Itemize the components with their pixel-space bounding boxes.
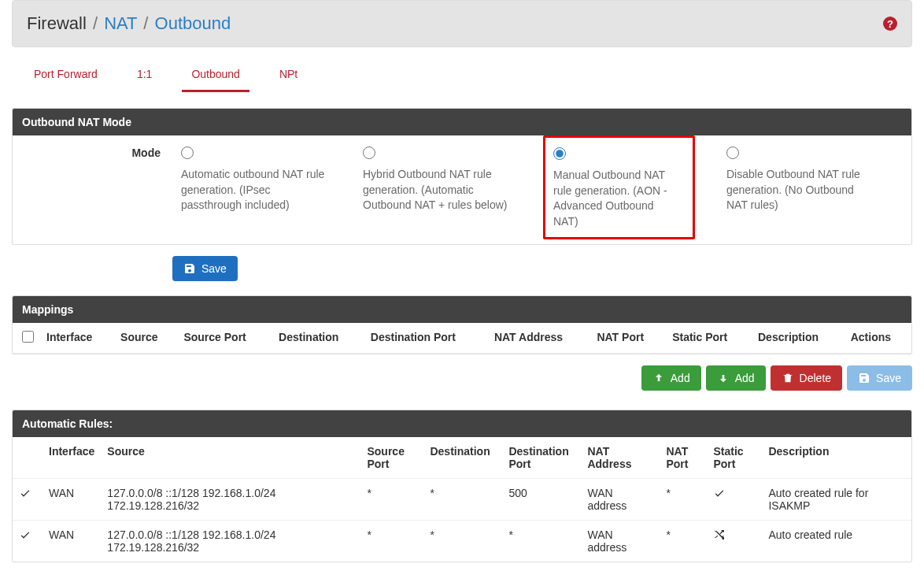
rule-enabled-cell bbox=[13, 479, 43, 521]
save-button[interactable]: Save bbox=[172, 256, 238, 281]
save-icon bbox=[858, 372, 870, 384]
save-mappings-button[interactable]: Save bbox=[847, 365, 912, 391]
shuffle-icon bbox=[713, 531, 726, 543]
breadcrumb-leaf[interactable]: Outbound bbox=[155, 13, 231, 33]
mcol-actions: Actions bbox=[845, 323, 911, 354]
tab-1-1[interactable]: 1:1 bbox=[128, 60, 161, 92]
mode-panel: Outbound NAT Mode Mode Automatic outboun… bbox=[12, 108, 912, 245]
mode-desc-disable: Disable Outbound NAT rule generation. (N… bbox=[726, 167, 893, 213]
cell-interface: WAN bbox=[43, 479, 101, 521]
mcol-destination: Destination bbox=[272, 323, 364, 354]
breadcrumb-sep: / bbox=[93, 13, 98, 33]
save-mappings-label: Save bbox=[876, 372, 901, 384]
cell-nat-port: * bbox=[660, 521, 707, 562]
mode-option-manual[interactable]: Manual Outbound NAT rule generation. (AO… bbox=[537, 145, 719, 233]
cell-destination-port: * bbox=[502, 521, 581, 562]
mode-radio-disable[interactable] bbox=[726, 146, 739, 159]
mcol-interface: Interface bbox=[40, 323, 114, 354]
cell-destination: * bbox=[423, 479, 502, 521]
mode-radio-auto[interactable] bbox=[181, 146, 194, 159]
mcol-nat-port: NAT Port bbox=[590, 323, 666, 354]
mode-desc-hybrid: Hybrid Outbound NAT rule generation. (Au… bbox=[363, 167, 529, 213]
acol-source-port: Source Port bbox=[360, 437, 423, 479]
mode-label: Mode bbox=[13, 145, 173, 159]
breadcrumb-sep: / bbox=[143, 13, 148, 33]
auto-rules-panel: Automatic Rules: Interface Source Source… bbox=[12, 410, 912, 562]
cell-nat-address: WAN address bbox=[581, 479, 660, 521]
mappings-title: Mappings bbox=[13, 296, 911, 323]
mode-option-auto[interactable]: Automatic outbound NAT rule generation. … bbox=[173, 145, 355, 233]
arrow-down-icon bbox=[717, 372, 730, 384]
rule-enabled-cell bbox=[13, 521, 43, 562]
delete-button[interactable]: Delete bbox=[771, 365, 842, 391]
cell-static-port bbox=[707, 521, 762, 562]
tab-outbound[interactable]: Outbound bbox=[182, 60, 249, 92]
arrow-up-icon bbox=[652, 372, 665, 384]
acol-destination: Destination bbox=[423, 437, 502, 479]
table-row: WAN127.0.0.0/8 ::1/128 192.168.1.0/24 17… bbox=[13, 521, 911, 562]
mcol-description: Description bbox=[752, 323, 845, 354]
tab-npt[interactable]: NPt bbox=[270, 60, 307, 92]
cell-source: 127.0.0.0/8 ::1/128 192.168.1.0/24 172.1… bbox=[101, 479, 360, 521]
cell-destination-port: 500 bbox=[502, 479, 581, 521]
mode-radio-hybrid[interactable] bbox=[363, 146, 375, 159]
add-bottom-button[interactable]: Add bbox=[706, 365, 766, 391]
cell-nat-port: * bbox=[660, 479, 707, 521]
acol-static-port: Static Port bbox=[707, 437, 762, 479]
help-icon[interactable]: ? bbox=[883, 17, 897, 31]
mcol-source: Source bbox=[114, 323, 177, 354]
breadcrumb-root[interactable]: Firewall bbox=[27, 13, 87, 33]
acol-nat-address: NAT Address bbox=[581, 437, 660, 479]
cell-interface: WAN bbox=[43, 521, 101, 562]
cell-static-port bbox=[707, 479, 762, 521]
table-row: WAN127.0.0.0/8 ::1/128 192.168.1.0/24 17… bbox=[13, 479, 911, 521]
cell-description: Auto created rule for ISAKMP bbox=[762, 479, 911, 521]
save-icon bbox=[183, 262, 196, 275]
cell-source-port: * bbox=[360, 479, 423, 521]
mappings-actions: Add Add Delete Save bbox=[12, 365, 912, 391]
auto-rules-title: Automatic Rules: bbox=[13, 410, 911, 437]
breadcrumb-mid[interactable]: NAT bbox=[104, 13, 137, 33]
acol-description: Description bbox=[762, 437, 911, 479]
mode-desc-auto: Automatic outbound NAT rule generation. … bbox=[181, 167, 347, 213]
page-header: Firewall / NAT / Outbound ? bbox=[12, 0, 912, 47]
mappings-table: Interface Source Source Port Destination… bbox=[13, 323, 911, 354]
tab-port-forward[interactable]: Port Forward bbox=[24, 60, 107, 92]
acol-source: Source bbox=[101, 437, 360, 479]
breadcrumb: Firewall / NAT / Outbound bbox=[27, 13, 231, 34]
mode-options: Automatic outbound NAT rule generation. … bbox=[173, 145, 900, 233]
cell-source: 127.0.0.0/8 ::1/128 192.168.1.0/24 172.1… bbox=[101, 521, 360, 562]
cell-description: Auto created rule bbox=[762, 521, 911, 562]
mode-option-hybrid[interactable]: Hybrid Outbound NAT rule generation. (Au… bbox=[355, 145, 537, 233]
trash-icon bbox=[782, 372, 794, 384]
check-icon bbox=[713, 489, 726, 502]
add-top-button[interactable]: Add bbox=[641, 365, 701, 391]
mappings-panel: Mappings Interface Source Source Port De… bbox=[12, 295, 912, 354]
save-button-label: Save bbox=[201, 262, 227, 275]
mode-panel-title: Outbound NAT Mode bbox=[13, 109, 911, 135]
cell-destination: * bbox=[423, 521, 502, 562]
auto-rules-table: Interface Source Source Port Destination… bbox=[13, 437, 911, 562]
mode-radio-manual[interactable] bbox=[553, 147, 566, 160]
mcol-nat-address: NAT Address bbox=[488, 323, 591, 354]
delete-label: Delete bbox=[800, 372, 831, 384]
mode-desc-manual: Manual Outbound NAT rule generation. (AO… bbox=[553, 168, 686, 229]
cell-nat-address: WAN address bbox=[581, 521, 660, 562]
check-icon bbox=[19, 531, 31, 543]
check-icon bbox=[19, 489, 31, 502]
acol-nat-port: NAT Port bbox=[660, 437, 707, 479]
add-bottom-label: Add bbox=[735, 372, 755, 384]
mcol-static-port: Static Port bbox=[666, 323, 752, 354]
mcol-source-port: Source Port bbox=[177, 323, 272, 354]
mcol-destination-port: Destination Port bbox=[364, 323, 488, 354]
tab-bar: Port Forward 1:1 Outbound NPt bbox=[12, 60, 912, 92]
acol-interface: Interface bbox=[43, 437, 101, 479]
acol-destination-port: Destination Port bbox=[502, 437, 581, 479]
add-top-label: Add bbox=[671, 372, 690, 384]
cell-source-port: * bbox=[360, 521, 423, 562]
mode-option-disable[interactable]: Disable Outbound NAT rule generation. (N… bbox=[719, 145, 900, 233]
mappings-select-all[interactable] bbox=[22, 331, 34, 343]
